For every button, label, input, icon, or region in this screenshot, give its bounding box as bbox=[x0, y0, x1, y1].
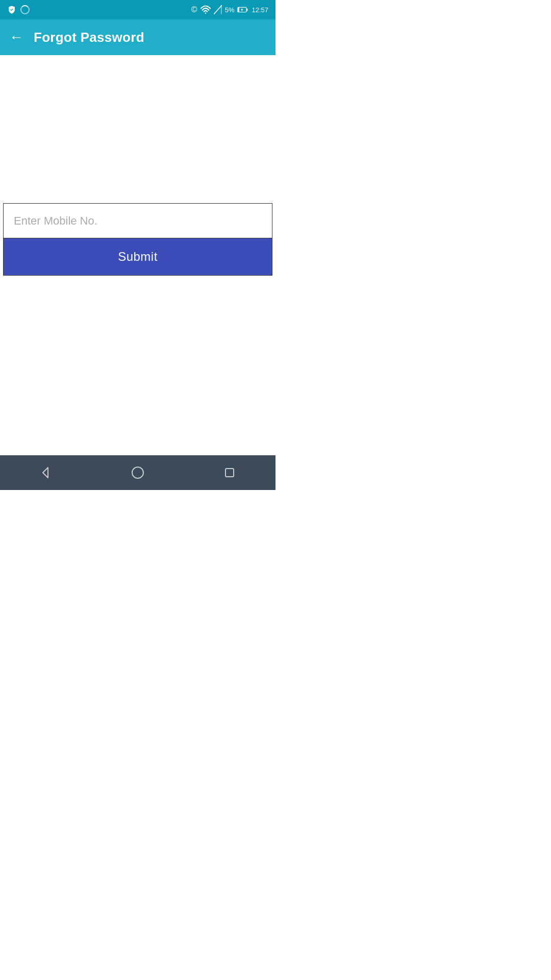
svg-marker-4 bbox=[43, 468, 48, 478]
nav-back-button[interactable] bbox=[39, 465, 53, 480]
main-content: Submit bbox=[0, 55, 276, 455]
app-bar: ← Forgot Password bbox=[0, 19, 276, 55]
wifi-icon bbox=[201, 6, 211, 14]
status-bar-left bbox=[7, 5, 30, 14]
svg-rect-6 bbox=[226, 469, 234, 477]
submit-button[interactable]: Submit bbox=[4, 238, 272, 275]
svg-point-0 bbox=[205, 12, 206, 14]
battery-percent: 5% bbox=[225, 6, 235, 14]
back-button[interactable]: ← bbox=[9, 30, 23, 44]
status-bar: © 5% 12:57 bbox=[0, 0, 276, 19]
svg-rect-2 bbox=[247, 9, 248, 11]
signal-icon bbox=[214, 5, 222, 14]
nav-bar bbox=[0, 455, 276, 490]
loading-icon bbox=[20, 5, 30, 14]
bottom-spacer bbox=[0, 276, 276, 455]
status-bar-right: © 5% 12:57 bbox=[191, 5, 268, 14]
page-wrapper: © 5% 12:57 bbox=[0, 0, 276, 490]
svg-rect-3 bbox=[238, 8, 239, 12]
page-title: Forgot Password bbox=[34, 30, 144, 45]
mobile-input[interactable] bbox=[4, 204, 272, 238]
battery-icon bbox=[237, 6, 248, 13]
nav-recents-button[interactable] bbox=[222, 465, 237, 480]
status-time: 12:57 bbox=[252, 6, 268, 14]
shield-icon bbox=[7, 5, 16, 14]
nav-home-button[interactable] bbox=[131, 465, 145, 480]
svg-point-5 bbox=[132, 467, 143, 478]
form-container: Submit bbox=[3, 203, 272, 276]
copyright-icon: © bbox=[191, 5, 197, 14]
top-spacer bbox=[0, 55, 276, 203]
